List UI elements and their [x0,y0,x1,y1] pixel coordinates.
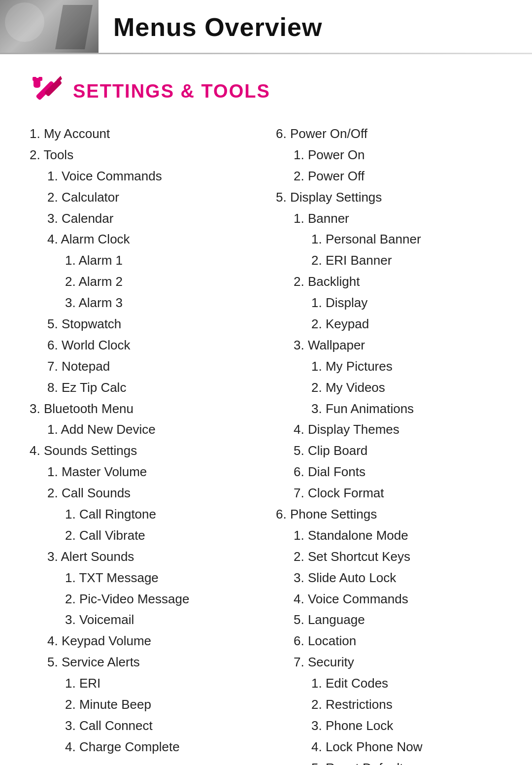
list-item: 2. Tools [30,144,256,166]
header-underline [0,53,532,54]
left-menu-list: 1. My Account2. Tools1. Voice Commands2.… [30,123,256,758]
list-item: 1. Master Volume [30,461,256,483]
settings-icon [30,74,64,108]
list-item: 1. Power On [276,144,502,166]
svg-rect-2 [33,77,36,81]
header-image [0,0,99,54]
content-area: SETTINGS & TOOLS 1. My Account2. Tools1.… [0,54,532,765]
list-item: 5. Language [276,609,502,630]
left-column: 1. My Account2. Tools1. Voice Commands2.… [30,123,256,758]
list-item: 3. Bluetooth Menu [30,398,256,419]
right-menu-list: 6. Power On/Off1. Power On2. Power Off5.… [276,123,502,765]
list-item: 2. Backlight [276,271,502,292]
section-heading: SETTINGS & TOOLS [30,74,502,108]
list-item: 6. World Clock [30,335,256,356]
list-item: 3. Call Connect [30,715,256,736]
list-item: 6. Power On/Off [276,123,502,144]
list-item: 3. Calendar [30,208,256,229]
list-item: 1. Personal Banner [276,229,502,250]
list-item: 3. Fun Animations [276,398,502,419]
list-item: 4. Charge Complete [30,736,256,758]
list-item: 4. Voice Commands [276,589,502,610]
list-item: 1. Edit Codes [276,673,502,694]
list-item: 5. Service Alerts [30,652,256,673]
list-item: 1. Standalone Mode [276,525,502,546]
list-item: 3. Wallpaper [276,335,502,356]
right-column: 6. Power On/Off1. Power On2. Power Off5.… [276,123,502,765]
page-title: Menus Overview [99,12,322,42]
page-header: Menus Overview [0,0,532,54]
list-item: 2. Power Off [276,166,502,187]
list-item: 6. Location [276,630,502,652]
list-item: 1. Alarm 1 [30,250,256,271]
list-item: 3. Alarm 3 [30,292,256,313]
list-item: 3. Voicemail [30,609,256,630]
list-item: 4. Sounds Settings [30,440,256,461]
list-item: 7. Security [276,652,502,673]
list-item: 1. Voice Commands [30,166,256,187]
list-item: 4. Alarm Clock [30,229,256,250]
list-item: 2. Call Vibrate [30,525,256,546]
list-item: 1. TXT Message [30,567,256,589]
list-item: 2. Calculator [30,187,256,208]
svg-rect-3 [38,77,42,81]
list-item: 1. My Pictures [276,356,502,377]
list-item: 2. Pic-Video Message [30,589,256,610]
list-item: 1. Add New Device [30,419,256,440]
list-item: 1. Call Ringtone [30,504,256,525]
list-item: 4. Display Themes [276,419,502,440]
menu-columns: 1. My Account2. Tools1. Voice Commands2.… [30,123,502,765]
list-item: 6. Phone Settings [276,504,502,525]
list-item: 2. My Videos [276,377,502,398]
list-item: 5. Stopwatch [30,313,256,335]
list-item: 2. Alarm 2 [30,271,256,292]
list-item: 5. Clip Board [276,440,502,461]
list-item: 3. Slide Auto Lock [276,567,502,589]
list-item: 2. Set Shortcut Keys [276,546,502,567]
section-title: SETTINGS & TOOLS [73,81,270,102]
list-item: 4. Keypad Volume [30,630,256,652]
list-item: 2. Call Sounds [30,483,256,504]
list-item: 2. Keypad [276,313,502,335]
list-item: 2. Restrictions [276,694,502,715]
list-item: 5. Display Settings [276,187,502,208]
list-item: 5. Reset Default [276,758,502,765]
list-item: 1. Display [276,292,502,313]
list-item: 4. Lock Phone Now [276,736,502,758]
list-item: 3. Phone Lock [276,715,502,736]
list-item: 1. Banner [276,208,502,229]
list-item: 1. My Account [30,123,256,144]
list-item: 7. Clock Format [276,483,502,504]
list-item: 2. ERI Banner [276,250,502,271]
list-item: 3. Alert Sounds [30,546,256,567]
list-item: 8. Ez Tip Calc [30,377,256,398]
list-item: 6. Dial Fonts [276,461,502,483]
list-item: 1. ERI [30,673,256,694]
list-item: 7. Notepad [30,356,256,377]
list-item: 2. Minute Beep [30,694,256,715]
